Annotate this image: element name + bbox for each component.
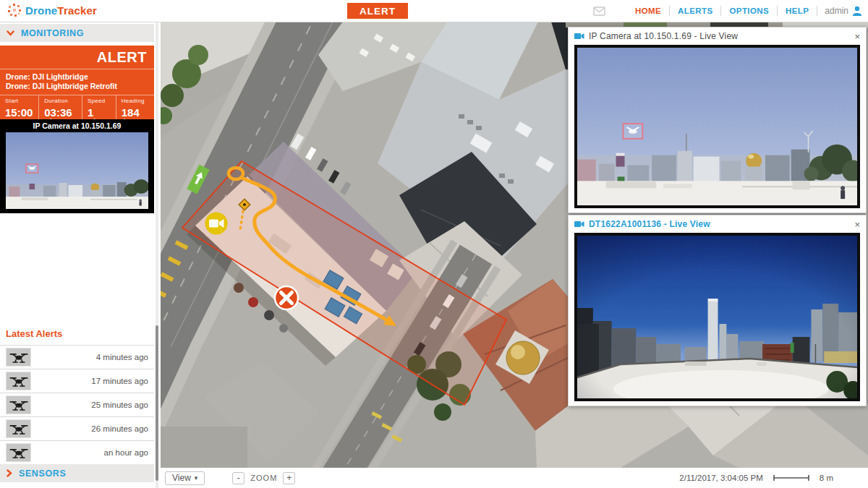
sidebar-camera-image — [6, 132, 148, 209]
sidebar-camera-feed[interactable]: IP Camera at 10.150.1.69 — [0, 119, 154, 213]
alert-drone-name: Drone: DJI Lightbridge — [6, 72, 148, 82]
envelope-icon[interactable] — [593, 7, 605, 16]
sensors-section-header[interactable]: SENSORS — [0, 464, 154, 482]
map-toolbar: View▾ - ZOOM + 2/11/2017, 3:04:05 PM 8 m — [161, 468, 868, 488]
map-timestamp: 2/11/2017, 3:04:05 PM — [679, 474, 763, 482]
username-label: admin — [825, 6, 848, 16]
nav-help[interactable]: HELP — [778, 7, 817, 15]
latest-alerts-title: Latest Alerts — [6, 328, 62, 339]
alert-time: 4 minutes ago — [96, 353, 148, 361]
close-icon[interactable]: × — [854, 220, 860, 229]
drone-icon — [6, 372, 31, 390]
sidebar-scrollbar[interactable] — [156, 22, 158, 488]
top-navigation: HOME ALERTS OPTIONS HELP admin — [593, 0, 862, 22]
alert-list-item[interactable]: 26 minutes ago — [0, 416, 154, 440]
global-alert-banner[interactable]: ALERT — [347, 3, 408, 19]
camera1-video — [574, 45, 860, 208]
nav-options[interactable]: OPTIONS — [721, 7, 777, 15]
panel-title: IP Camera at 10.150.1.69 - Live View — [589, 31, 738, 41]
panel-header[interactable]: DT1622A1001136 - Live View × — [569, 215, 866, 233]
user-menu[interactable]: admin — [817, 6, 862, 16]
zoom-in-button[interactable]: + — [283, 472, 295, 484]
alert-time: 17 minutes ago — [91, 377, 148, 385]
drone-icon — [6, 443, 31, 462]
alert-list-item[interactable]: 25 minutes ago — [0, 393, 154, 416]
alert-drone-list: Drone: DJI Lightbridge Drone: DJI Lightb… — [0, 69, 154, 95]
camera-icon — [574, 33, 584, 40]
sidebar-camera-title: IP Camera at 10.150.1.69 — [0, 119, 154, 130]
alert-time: 25 minutes ago — [91, 401, 148, 409]
panel-title: DT1622A1001136 - Live View — [589, 219, 710, 229]
chevron-down-icon — [7, 30, 14, 36]
close-icon[interactable]: × — [854, 32, 860, 41]
sensors-label: SENSORS — [19, 468, 66, 479]
caret-down-icon: ▾ — [195, 474, 198, 481]
drone-icon — [6, 395, 31, 414]
monitoring-section-header[interactable]: MONITORING — [0, 24, 154, 42]
active-alert-card[interactable]: ALERT Drone: DJI Lightbridge Drone: DJI … — [0, 46, 154, 129]
scale-bar — [773, 474, 809, 481]
drone-icon — [6, 348, 31, 367]
monitoring-label: MONITORING — [21, 28, 84, 38]
scale-label: 8 m — [820, 474, 833, 482]
zoom-out-button[interactable]: - — [232, 472, 244, 484]
nav-alerts[interactable]: ALERTS — [670, 7, 720, 15]
alert-card-title: ALERT — [0, 46, 154, 69]
panel-header[interactable]: IP Camera at 10.150.1.69 - Live View × — [569, 27, 866, 45]
logo-text: DroneTracker — [25, 4, 97, 17]
user-icon — [852, 6, 862, 16]
alert-location-marker[interactable] — [275, 286, 298, 309]
latest-alerts-list: 4 minutes ago 17 minutes ago 25 minutes … — [0, 345, 154, 465]
zoom-label: ZOOM — [250, 474, 277, 482]
nav-home[interactable]: HOME — [627, 7, 669, 15]
top-bar: DroneTracker ALERT HOME ALERTS OPTIONS H… — [0, 0, 868, 22]
camera-marker[interactable] — [205, 213, 228, 235]
sidebar: MONITORING ALERT Drone: DJI Lightbridge … — [0, 22, 154, 488]
camera2-video — [574, 233, 860, 401]
alert-time: 26 minutes ago — [91, 424, 148, 433]
alert-list-item[interactable]: 17 minutes ago — [0, 369, 154, 393]
logo-dots-icon — [7, 3, 22, 17]
live-view-panel-dt1622: DT1622A1001136 - Live View × — [568, 215, 867, 406]
live-view-panel-ip-camera: IP Camera at 10.150.1.69 - Live View × — [568, 27, 867, 213]
app-logo[interactable]: DroneTracker — [7, 3, 97, 17]
alert-drone-name: Drone: DJI Lightbridge Retrofit — [6, 82, 148, 91]
alert-time: an hour ago — [104, 448, 148, 457]
drone-icon — [6, 419, 31, 438]
alert-list-item[interactable]: 4 minutes ago — [0, 345, 154, 369]
chevron-right-icon — [7, 469, 12, 477]
view-dropdown[interactable]: View▾ — [165, 471, 205, 485]
alert-list-item[interactable]: an hour ago — [0, 440, 154, 465]
camera-icon — [574, 221, 584, 228]
